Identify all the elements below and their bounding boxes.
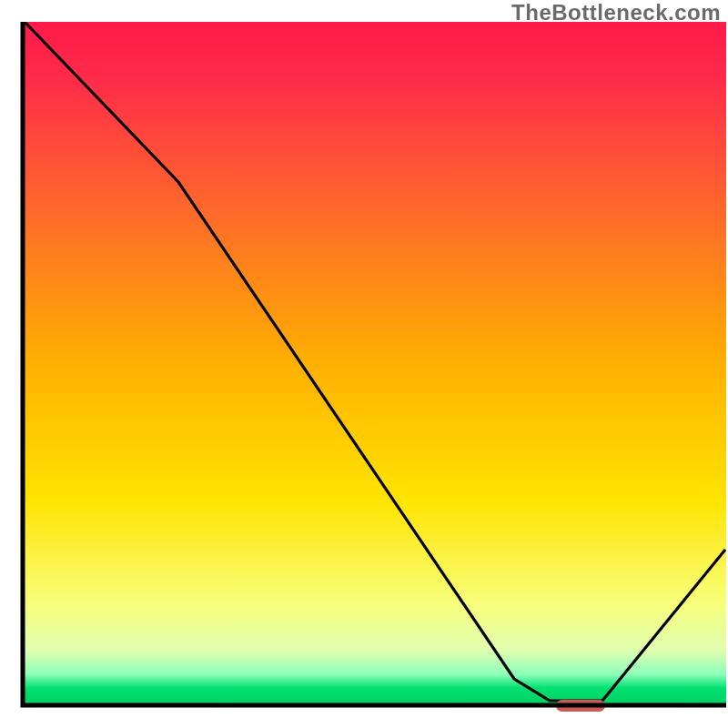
plot-background <box>23 22 726 705</box>
watermark-text: TheBottleneck.com <box>511 0 721 25</box>
chart-svg <box>0 0 728 728</box>
chart-stage: { "watermark": "TheBottleneck.com", "cha… <box>0 0 728 728</box>
